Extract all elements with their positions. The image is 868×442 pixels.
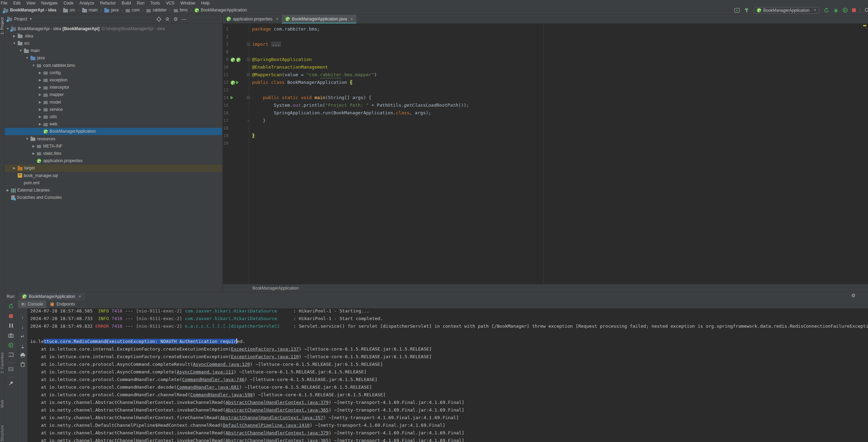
fold-marker[interactable]: −	[247, 96, 250, 99]
source-file-link[interactable]: AbstractChannelHandlerContext.java:357	[220, 415, 323, 420]
hammer-icon[interactable]	[744, 8, 749, 13]
console-output[interactable]: 2024-07-28 18:57:48.585 INFO 7416 --- [n…	[27, 308, 868, 442]
editor-breadcrumb[interactable]: BookManagerApplication	[223, 284, 868, 292]
run-configuration-select[interactable]: BookManagerApplication▼	[754, 7, 819, 14]
tree-item-static-files[interactable]: ▶static.files	[5, 150, 222, 157]
menu-analyze[interactable]: Analyze	[76, 1, 97, 6]
close-icon[interactable]: ×	[79, 294, 81, 299]
breadcrumb-item[interactable]: BookManagerApi - idea	[3, 8, 57, 12]
chevron-right-icon[interactable]: ▶	[38, 100, 42, 104]
tool-window-button-structure[interactable]: Structure	[0, 425, 5, 441]
breadcrumb-item[interactable]: BookManagerApplication	[194, 8, 248, 12]
chevron-down-icon[interactable]: ▼	[12, 42, 16, 45]
editor-tab-bookmanagerapplication-java[interactable]: BookManagerApplication.java×	[282, 15, 356, 23]
source-file-link[interactable]: DefaultChannelPipeline.java:1410	[223, 423, 310, 428]
menu-view[interactable]: View	[23, 1, 38, 6]
tree-item-mapper[interactable]: ▶mapper	[5, 91, 222, 98]
softwrap-icon[interactable]: ↵	[20, 334, 25, 339]
menu-tools[interactable]: Tools	[147, 1, 163, 6]
chevron-right-icon[interactable]: ▶	[12, 166, 16, 170]
run-tab[interactable]: BookManagerApplication ×	[19, 292, 84, 300]
project-panel-title[interactable]: Project	[14, 17, 27, 21]
tree-item-resources[interactable]: ▼resources	[5, 135, 222, 142]
menu-edit[interactable]: Edit	[10, 1, 24, 6]
menu-build[interactable]: Build	[119, 1, 134, 6]
fold-marker[interactable]: −	[247, 43, 250, 46]
rerun-icon[interactable]	[824, 8, 829, 13]
rerun-icon[interactable]	[8, 303, 14, 309]
run-view-tab-console[interactable]: Console	[18, 300, 46, 308]
tree-item-bookmanagerapplication[interactable]: BookManagerApplication	[5, 128, 222, 135]
breadcrumb-item[interactable]: src	[62, 8, 76, 12]
tree-item-web[interactable]: ▶web	[5, 121, 222, 128]
chevron-right-icon[interactable]: ▶	[38, 122, 42, 126]
tree-item--idea[interactable]: ▶.idea	[5, 32, 222, 39]
source-file-link[interactable]: ExceptionFactory.java:137	[231, 346, 299, 352]
print-icon[interactable]	[20, 353, 25, 357]
breadcrumb-item[interactable]: java	[104, 8, 119, 12]
menu-window[interactable]: Window	[177, 1, 198, 6]
fold-marker[interactable]: −	[247, 58, 250, 61]
inspection-marker[interactable]	[863, 25, 866, 26]
breadcrumb-item[interactable]: bms	[173, 8, 189, 12]
breadcrumb-item[interactable]: com	[125, 8, 140, 12]
chevron-down-icon[interactable]: ▼	[29, 17, 32, 21]
source-file-link[interactable]: AsyncCommand.java:111	[177, 369, 234, 374]
tree-item-external-libraries[interactable]: ▶External Libraries	[5, 186, 222, 194]
run-view-tab-endpoints[interactable]: Endpoints	[46, 300, 78, 308]
chevron-down-icon[interactable]: ▼	[25, 137, 29, 141]
editor-tab-application-properties[interactable]: application.properties×	[223, 15, 282, 23]
up-icon[interactable]: ↑	[21, 315, 24, 320]
tree-item-com-rabbiter-bms[interactable]: ▼com.rabbiter.bms	[5, 62, 222, 69]
chevron-right-icon[interactable]: ▶	[38, 78, 42, 82]
hide-icon[interactable]: —	[181, 17, 186, 21]
menu-code[interactable]: Code	[60, 1, 77, 6]
source-file-link[interactable]: AsyncCommand.java:120	[193, 362, 250, 367]
menu-file[interactable]: File	[0, 1, 10, 6]
close-icon[interactable]: ×	[350, 17, 353, 21]
source-file-link[interactable]: CommandHandler.java:681	[177, 384, 239, 390]
chevron-right-icon[interactable]: ▶	[38, 86, 42, 89]
springboot-icon[interactable]	[231, 80, 235, 85]
stop-icon[interactable]	[9, 314, 13, 318]
coverage-icon[interactable]	[8, 343, 14, 348]
chevron-right-icon[interactable]: ▶	[12, 34, 16, 38]
menu-vcs[interactable]: VCS	[163, 1, 178, 6]
scrollend-icon[interactable]: ↓	[21, 343, 24, 348]
source-file-link[interactable]: CommandHandler.java:598	[190, 392, 253, 397]
source-file-link[interactable]: AbstractChannelHandlerContext.java:379	[226, 430, 329, 435]
chevron-right-icon[interactable]: ▶	[32, 144, 35, 148]
tree-item-pom-xml[interactable]: pom.xml	[5, 179, 222, 186]
chevron-right-icon[interactable]: ▶	[38, 115, 42, 118]
fold-marker[interactable]: ⌐	[247, 119, 250, 122]
source-file-link[interactable]: AbstractChannelHandlerContext.java:365	[226, 407, 329, 413]
breadcrumb-item[interactable]: rabbiter	[146, 8, 167, 12]
tree-item-config[interactable]: ▶config	[5, 69, 222, 76]
tree-item-exception[interactable]: ▶exception	[5, 76, 222, 83]
pin-icon[interactable]	[9, 381, 14, 386]
menu-run[interactable]: Run	[134, 1, 148, 6]
tool-window-button-favorites[interactable]: 2: Favorites	[0, 352, 5, 373]
chevron-down-icon[interactable]: ▼	[25, 56, 29, 60]
play-icon[interactable]	[236, 81, 239, 84]
tree-item-service[interactable]: ▶service	[5, 106, 222, 113]
pause-icon[interactable]	[9, 324, 13, 328]
tree-item-main[interactable]: ▼main	[5, 47, 222, 54]
source-file-link[interactable]: AbstractChannelHandlerContext.java:379	[226, 400, 329, 405]
settings-icon[interactable]: ⚙	[173, 17, 178, 21]
menu-refactor[interactable]: Refactor	[97, 1, 119, 6]
tree-item-java[interactable]: ▼java	[5, 54, 222, 62]
menu-help[interactable]: Help	[198, 1, 213, 6]
chevron-right-icon[interactable]: ▶	[38, 93, 42, 96]
menu-navigate[interactable]: Navigate	[38, 1, 61, 6]
chevron-right-icon[interactable]: ▶	[38, 71, 42, 74]
search-everywhere-icon[interactable]	[865, 8, 868, 13]
tree-item-application-properties[interactable]: application.properties	[5, 157, 222, 165]
chevron-down-icon[interactable]: ▼	[32, 64, 35, 67]
selected-text[interactable]: ttuce.core.RedisCommandExecutionExceptio…	[44, 339, 236, 344]
source-file-link[interactable]: CommandHandler.java:746	[182, 377, 244, 382]
tree-item-model[interactable]: ▶model	[5, 98, 222, 106]
camera-icon[interactable]	[8, 333, 14, 338]
run-tool-window-icon[interactable]	[734, 8, 740, 13]
tree-item-meta-inf[interactable]: ▶META-INF	[5, 142, 222, 150]
